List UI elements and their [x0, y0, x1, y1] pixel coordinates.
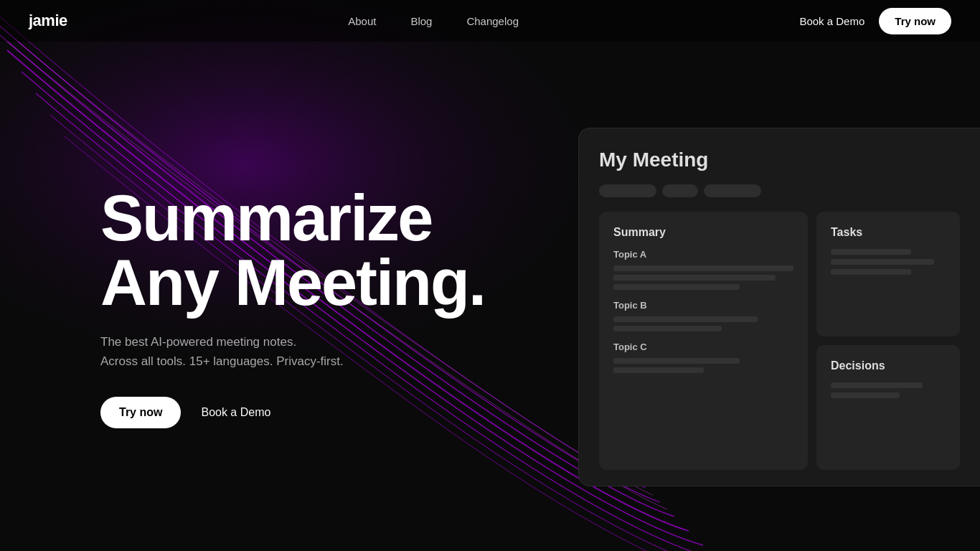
task-line [831, 269, 911, 275]
line [613, 275, 776, 281]
line [613, 367, 704, 373]
line [613, 265, 793, 271]
hero-try-now-button[interactable]: Try now [100, 397, 181, 428]
topic-c-lines [613, 358, 793, 373]
hero-headline: Summarize Any Meeting. [100, 186, 485, 315]
nav-actions: Book a Demo Try now [799, 8, 951, 34]
logo: jamie [29, 11, 67, 30]
summary-panel: Summary Topic A Topic B Topic C [599, 212, 808, 470]
nav-about[interactable]: About [348, 15, 376, 27]
summary-title: Summary [613, 226, 793, 239]
task-line [831, 259, 934, 265]
tasks-panel: Tasks [816, 212, 960, 336]
topic-c-heading: Topic C [613, 342, 793, 352]
decision-line [831, 382, 923, 388]
nav-blog[interactable]: Blog [410, 15, 432, 27]
tag-1 [599, 184, 656, 197]
topic-b-heading: Topic B [613, 300, 793, 311]
decision-line [831, 392, 900, 398]
nav-book-demo-link[interactable]: Book a Demo [799, 15, 864, 27]
tag-3 [704, 184, 761, 197]
line [613, 284, 740, 290]
navbar: jamie About Blog Changelog Book a Demo T… [0, 0, 980, 42]
decision-lines [831, 382, 946, 398]
hero-book-demo-button[interactable]: Book a Demo [201, 406, 270, 419]
line [613, 358, 740, 364]
line [613, 326, 722, 331]
decisions-title: Decisions [831, 359, 946, 372]
decisions-panel: Decisions [816, 345, 960, 470]
topic-a-lines [613, 265, 793, 290]
line [613, 316, 758, 322]
card-panels: Summary Topic A Topic B Topic C [599, 212, 960, 470]
task-line [831, 249, 911, 255]
topic-a-heading: Topic A [613, 249, 793, 260]
nav-links: About Blog Changelog [348, 15, 519, 27]
tag-2 [662, 184, 698, 197]
meeting-tags [599, 184, 960, 197]
hero-subtitle: The best AI-powered meeting notes. Acros… [100, 332, 485, 371]
topic-b-lines [613, 316, 793, 331]
meeting-card-container: My Meeting Summary Topic A Topic B [578, 42, 980, 551]
tasks-title: Tasks [831, 226, 946, 239]
nav-try-now-button[interactable]: Try now [879, 8, 951, 34]
meeting-card: My Meeting Summary Topic A Topic B [578, 128, 980, 486]
side-panels: Tasks Decisions [816, 212, 960, 470]
meeting-title: My Meeting [599, 149, 960, 171]
hero-section: Summarize Any Meeting. The best AI-power… [0, 0, 980, 551]
hero-actions: Try now Book a Demo [100, 397, 485, 428]
hero-content: Summarize Any Meeting. The best AI-power… [0, 164, 485, 428]
nav-changelog[interactable]: Changelog [466, 15, 519, 27]
task-lines [831, 249, 946, 275]
